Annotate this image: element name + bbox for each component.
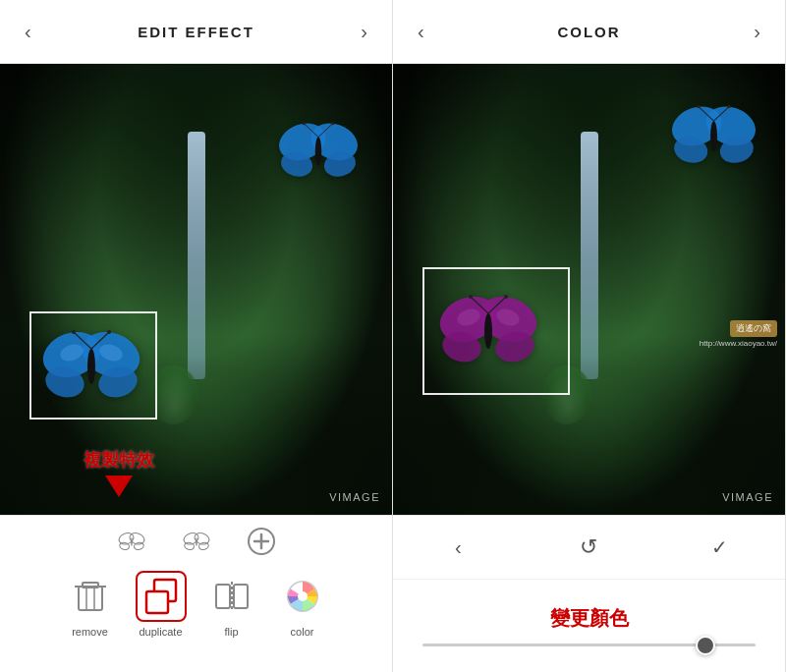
duplicate-label: duplicate (139, 626, 182, 638)
right-waterfall (581, 132, 598, 379)
svg-point-8 (107, 330, 111, 334)
svg-point-17 (303, 122, 306, 125)
svg-point-51 (697, 104, 700, 107)
right-image-area: VIMAGE 逍遙の窩 http://www.xiaoyao.tw/ (393, 64, 785, 515)
svg-rect-40 (216, 585, 230, 608)
red-arrow-icon (105, 476, 133, 497)
svg-rect-39 (146, 591, 168, 613)
remove-icon-wrap (65, 571, 116, 622)
color-slider-track[interactable] (422, 644, 756, 646)
watermark-url: http://www.xiaoyao.tw/ (700, 339, 777, 348)
svg-point-44 (298, 591, 308, 601)
right-prev-arrow[interactable]: ‹ (413, 16, 429, 48)
left-panel: ‹ EDIT EFFECT › (0, 0, 393, 672)
svg-rect-33 (79, 587, 102, 610)
waterfall (188, 132, 205, 379)
butterfly-selected[interactable] (37, 325, 145, 404)
flip-icon-wrap (206, 571, 257, 622)
svg-point-19 (331, 122, 334, 125)
flip-label: flip (224, 626, 238, 638)
right-watermark: VIMAGE (722, 491, 773, 503)
left-header: ‹ EDIT EFFECT › (0, 0, 392, 64)
svg-point-53 (727, 104, 730, 107)
color-slider-thumb[interactable] (696, 636, 715, 655)
svg-point-49 (710, 121, 717, 151)
butterfly-icon-1[interactable] (114, 524, 149, 559)
annotation-text: 複製特效 (84, 448, 154, 472)
toolbar-bottom-row: remove duplicate (65, 571, 328, 638)
svg-point-15 (315, 138, 322, 166)
confirm-button[interactable]: ✓ (711, 535, 728, 559)
left-next-arrow[interactable]: › (356, 16, 372, 48)
left-annotation: 複製特效 (84, 448, 154, 497)
right-panel: ‹ COLOR › (393, 0, 786, 672)
svg-point-24 (131, 537, 133, 546)
color-toolbar: ‹ ↺ ✓ 變更顏色 (393, 515, 785, 672)
color-icon-wrap (277, 571, 328, 622)
butterfly-icon-2[interactable] (179, 524, 214, 559)
left-image-area: VIMAGE (0, 64, 392, 515)
left-panel-title: EDIT EFFECT (138, 24, 254, 40)
right-tree (542, 365, 591, 424)
duplicate-icon-wrap (136, 571, 187, 622)
svg-point-62 (504, 295, 508, 299)
color-tool[interactable]: color (277, 571, 328, 638)
left-prev-arrow[interactable]: ‹ (20, 16, 36, 48)
duplicate-tool[interactable]: duplicate (136, 571, 187, 638)
right-butterfly-upper[interactable] (667, 100, 760, 169)
right-next-arrow[interactable]: › (749, 16, 765, 48)
green-tree (149, 365, 198, 424)
watermark-site: 逍遙の窩 (730, 320, 777, 337)
toolbar-top-row (114, 524, 279, 559)
add-button[interactable] (244, 524, 279, 559)
color-controls-row: 變更顏色 (393, 580, 785, 672)
left-toolbar: remove duplicate (0, 515, 392, 672)
left-watermark: VIMAGE (329, 491, 380, 503)
right-butterfly-purple[interactable] (434, 290, 542, 368)
change-color-annotation: 變更顏色 (550, 605, 629, 632)
color-slider-container (422, 644, 756, 646)
svg-point-6 (72, 330, 76, 334)
svg-point-4 (87, 349, 95, 384)
flip-tool[interactable]: flip (206, 571, 257, 638)
color-nav-row: ‹ ↺ ✓ (393, 516, 785, 580)
svg-point-60 (469, 295, 473, 299)
color-label: color (291, 626, 314, 638)
svg-point-58 (484, 313, 492, 349)
butterfly-upper[interactable] (274, 118, 363, 182)
remove-tool[interactable]: remove (65, 571, 116, 638)
svg-rect-41 (234, 585, 248, 608)
color-back-arrow[interactable]: ‹ (450, 532, 467, 564)
svg-point-29 (196, 537, 197, 546)
reset-button[interactable]: ↺ (580, 534, 597, 560)
right-panel-title: COLOR (557, 24, 620, 40)
remove-label: remove (72, 626, 108, 638)
right-header: ‹ COLOR › (393, 0, 785, 64)
